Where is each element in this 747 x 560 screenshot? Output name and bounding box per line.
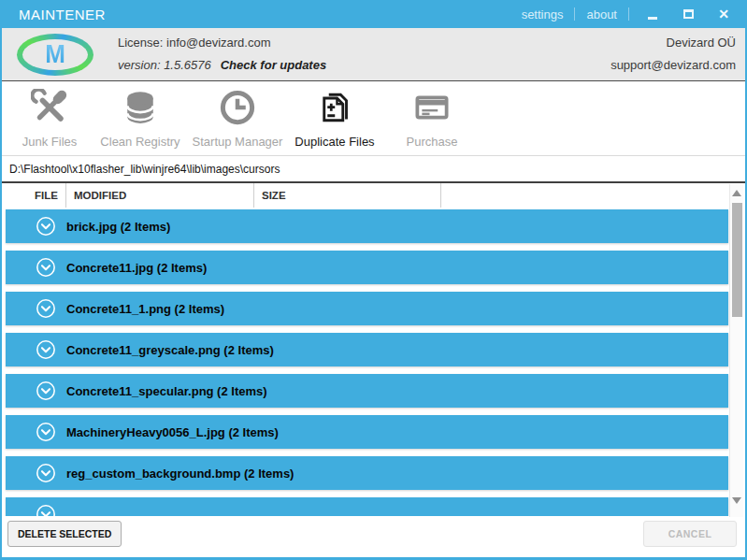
delete-selected-button[interactable]: DELETE SELECTED [7,521,122,547]
group-label: MachineryHeavy0056_L.jpg (2 Items) [66,425,279,439]
expand-chevron-icon[interactable] [36,504,56,516]
license-text: License: info@devizard.com [118,36,326,50]
maximize-icon [683,9,694,19]
license-header: M License: info@devizard.com version: 1.… [2,28,745,81]
app-window: MAINTENER settings about ✕ M License: in… [0,0,747,560]
column-header-modified[interactable]: MODIFIED [65,183,253,208]
database-icon [122,89,159,130]
column-header-file[interactable]: FILE [2,190,65,201]
credit-card-icon [413,89,451,130]
group-label: brick.jpg (2 Items) [66,220,170,234]
tool-label: Junk Files [22,135,78,149]
group-label: Concrete11_1.png (2 Items) [66,302,224,316]
version-text: version: 1.5.6576 [118,58,211,72]
duplicate-group-row[interactable]: Concrete11.jpg (2 Items) [6,251,728,284]
group-label: Concrete11.jpg (2 Items) [66,261,207,275]
duplicate-group-row-partial[interactable] [6,497,728,516]
tool-clean-registry[interactable]: Clean Registry [92,89,189,149]
logo-letter: M [45,39,65,70]
close-button[interactable]: ✕ [711,5,736,23]
arrow-up-icon [732,190,741,196]
expand-chevron-icon[interactable] [36,257,56,278]
group-label: reg_custom_background.bmp (2 Items) [66,467,294,481]
scroll-up-button[interactable] [730,185,743,200]
license-info: License: info@devizard.com version: 1.5.… [118,34,326,75]
titlebar-separator [574,7,575,21]
version-line: version: 1.5.6576Check for updates [118,58,326,72]
duplicate-group-row[interactable]: MachineryHeavy0056_L.jpg (2 Items) [6,415,728,449]
support-email: support@devizard.com [611,58,736,72]
expand-chevron-icon[interactable] [36,216,56,237]
scroll-down-button[interactable] [730,493,743,508]
duplicate-groups-list: brick.jpg (2 Items) Concrete11.jpg (2 It… [2,208,745,516]
title-bar-controls: settings about ✕ [522,5,736,23]
check-for-updates-link[interactable]: Check for updates [221,58,326,72]
titlebar-separator [628,7,629,21]
expand-chevron-icon[interactable] [36,339,56,360]
tool-startup-manager[interactable]: Startup Manager [189,89,286,149]
cancel-button[interactable]: CANCEL [643,521,737,547]
action-bar: DELETE SELECTED CANCEL [2,516,745,557]
tool-label: Clean Registry [100,135,180,149]
tool-junk-files[interactable]: Junk Files [7,89,92,149]
close-icon: ✕ [718,7,729,21]
duplicate-group-row[interactable]: Concrete11_specular.png (2 Items) [6,374,728,408]
title-bar: MAINTENER settings about ✕ [2,0,745,28]
expand-chevron-icon[interactable] [36,463,56,483]
tool-label: Purchase [407,135,458,149]
scrollbar-thumb[interactable] [732,203,742,317]
app-title: MAINTENER [19,7,106,22]
group-label: Concrete11_specular.png (2 Items) [66,384,267,398]
clock-icon [219,89,256,130]
current-path: D:\Flashtool\x10flasher_lib\winjre64\lib… [9,163,280,176]
arrow-down-icon [732,497,741,504]
minimize-icon [648,17,657,20]
duplicate-group-row[interactable]: brick.jpg (2 Items) [6,209,728,243]
group-label: Concrete11_greyscale.png (2 Items) [66,343,274,357]
tool-duplicate-files[interactable]: Duplicate Files [286,89,383,149]
tool-purchase[interactable]: Purchase [383,89,481,149]
settings-menu-item[interactable]: settings [522,7,564,22]
column-header-empty [440,183,732,208]
wrench-screwdriver-icon [31,89,68,130]
about-menu-item[interactable]: about [586,7,617,22]
duplicate-group-row[interactable]: reg_custom_background.bmp (2 Items) [6,456,728,490]
expand-chevron-icon[interactable] [36,381,56,401]
company-info: Devizard OÜ support@devizard.com [611,34,736,75]
expand-chevron-icon[interactable] [36,298,56,319]
vertical-scrollbar[interactable] [729,184,743,517]
toolbar: Junk Files Clean Registry Startup Mana [2,81,745,156]
minimize-button[interactable] [640,5,665,23]
maximize-button[interactable] [676,5,700,23]
path-bar: D:\Flashtool\x10flasher_lib\winjre64\lib… [2,156,745,183]
expand-chevron-icon[interactable] [36,422,56,442]
column-header-size[interactable]: SIZE [253,183,440,208]
app-logo-inner: M [22,39,88,70]
app-logo: M [17,34,93,76]
table-header: FILE MODIFIED SIZE [2,183,732,208]
duplicate-group-row[interactable]: Concrete11_1.png (2 Items) [6,292,728,325]
tool-label: Duplicate Files [294,135,374,149]
tool-label: Startup Manager [193,135,283,149]
duplicate-documents-icon [316,89,353,130]
duplicate-group-row[interactable]: Concrete11_greyscale.png (2 Items) [6,333,728,366]
company-name: Devizard OÜ [667,36,736,50]
